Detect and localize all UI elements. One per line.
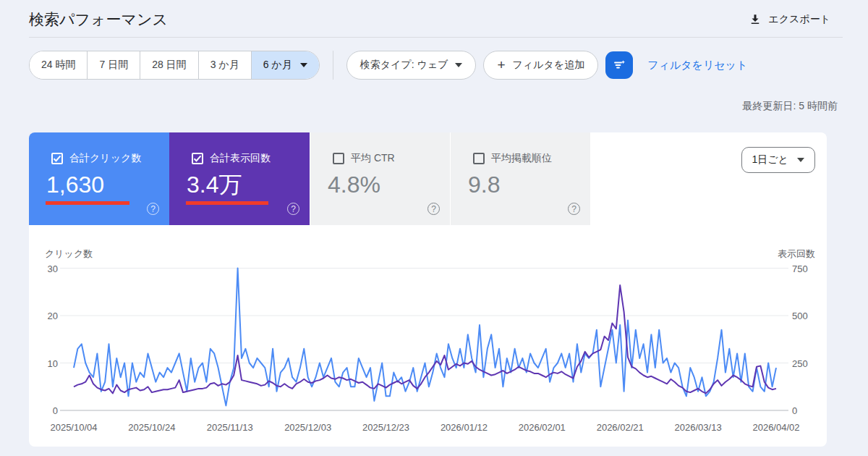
red-underline-annotation (186, 201, 268, 205)
x-tick-label: 2025/12/23 (362, 422, 409, 433)
right-tick-label: 750 (792, 263, 808, 274)
checkbox-checked-icon[interactable] (51, 153, 63, 164)
metric-tile-average-ctr[interactable]: 平均 CTR 4.8% ? (310, 132, 450, 225)
left-tick-label: 10 (48, 358, 58, 369)
metric-tile-average-position[interactable]: 平均掲載順位 9.8 ? (450, 132, 590, 225)
checkbox-checked-icon[interactable] (192, 153, 203, 164)
metric-tiles: 合計クリック数 1,630 ? 合計表示回数 3.4万 ? 平均 CTR 4.8… (29, 132, 827, 225)
left-axis-title: クリック数 (45, 248, 93, 259)
help-icon[interactable]: ? (287, 203, 299, 215)
left-tick-label: 20 (48, 311, 58, 321)
series-line-clicks (74, 269, 776, 406)
right-tick-label: 500 (792, 311, 808, 321)
filter-sparkle-icon (612, 58, 626, 72)
chevron-down-icon (797, 158, 804, 162)
time-range-group: 24 時間 7 日間 28 日間 3 か月 6 か月 (29, 51, 320, 80)
help-icon[interactable]: ? (147, 203, 159, 215)
red-underline-annotation (46, 201, 129, 205)
filter-settings-button[interactable] (605, 51, 633, 79)
checkbox-unchecked-icon[interactable] (473, 153, 485, 164)
metric-label: 合計表示回数 (210, 152, 271, 165)
x-tick-label: 2026/02/01 (519, 422, 566, 433)
plus-icon: + (497, 58, 505, 72)
export-label: エクスポート (768, 13, 830, 26)
metric-value: 4.8% (328, 172, 450, 197)
last-updated-text: 最終更新日: 5 時間前 (0, 100, 838, 113)
metric-label: 平均 CTR (351, 152, 395, 165)
add-filter-button[interactable]: + フィルタを追加 (483, 51, 598, 80)
time-range-6m[interactable]: 6 か月 (252, 51, 319, 79)
right-tick-label: 0 (792, 405, 797, 416)
header-divider (29, 37, 843, 38)
x-tick-label: 2026/04/02 (752, 422, 799, 433)
time-range-28d[interactable]: 28 日間 (140, 51, 198, 79)
chevron-down-icon (300, 63, 307, 67)
metric-value: 1,630 (46, 172, 169, 197)
x-tick-label: 2026/01/12 (441, 422, 488, 433)
granularity-dropdown[interactable]: 1日ごと (741, 147, 815, 173)
page-title: 検索パフォーマンス (29, 9, 168, 30)
series-line-impressions (74, 285, 776, 393)
left-tick-label: 0 (53, 405, 58, 416)
chevron-down-icon (455, 63, 462, 67)
x-tick-label: 2025/11/13 (207, 422, 253, 433)
time-range-3m[interactable]: 3 か月 (199, 51, 252, 79)
x-tick-label: 2025/12/03 (284, 422, 331, 433)
metric-value: 3.4万 (187, 172, 310, 197)
x-tick-label: 2025/10/04 (50, 422, 97, 433)
right-axis-title: 表示回数 (778, 248, 815, 259)
help-icon[interactable]: ? (427, 203, 440, 215)
checkbox-unchecked-icon[interactable] (333, 153, 344, 164)
download-icon (749, 13, 762, 26)
search-type-dropdown[interactable]: 検索タイプ: ウェブ (346, 51, 477, 80)
search-type-label: 検索タイプ: ウェブ (360, 59, 448, 72)
metric-value: 9.8 (468, 172, 590, 197)
add-filter-label: フィルタを追加 (513, 59, 585, 72)
help-icon[interactable]: ? (568, 203, 580, 215)
reset-filters-link[interactable]: フィルタをリセット (647, 59, 747, 72)
metric-label: 合計クリック数 (69, 152, 141, 165)
metric-label: 平均掲載順位 (491, 152, 552, 165)
metric-tile-total-impressions[interactable]: 合計表示回数 3.4万 ? (169, 132, 310, 225)
time-range-6m-label: 6 か月 (263, 59, 292, 72)
granularity-label: 1日ごと (752, 153, 788, 166)
time-range-7d[interactable]: 7 日間 (88, 51, 140, 79)
left-tick-label: 30 (48, 263, 58, 274)
performance-chart[interactable]: クリック数表示回数010203002505007502025/10/042025… (29, 225, 827, 447)
time-range-24h[interactable]: 24 時間 (30, 51, 88, 79)
right-tick-label: 250 (792, 358, 808, 369)
export-button[interactable]: エクスポート (749, 13, 830, 26)
x-tick-label: 2025/10/24 (128, 422, 175, 433)
toolbar-divider (333, 51, 333, 80)
x-tick-label: 2026/03/13 (675, 422, 722, 433)
page-header: 検索パフォーマンス エクスポート (0, 0, 868, 37)
performance-card: 合計クリック数 1,630 ? 合計表示回数 3.4万 ? 平均 CTR 4.8… (29, 132, 827, 447)
x-tick-label: 2026/02/21 (597, 422, 644, 433)
metric-tile-total-clicks[interactable]: 合計クリック数 1,630 ? (29, 132, 169, 225)
filter-toolbar: 24 時間 7 日間 28 日間 3 か月 6 か月 検索タイプ: ウェブ + … (29, 51, 839, 80)
